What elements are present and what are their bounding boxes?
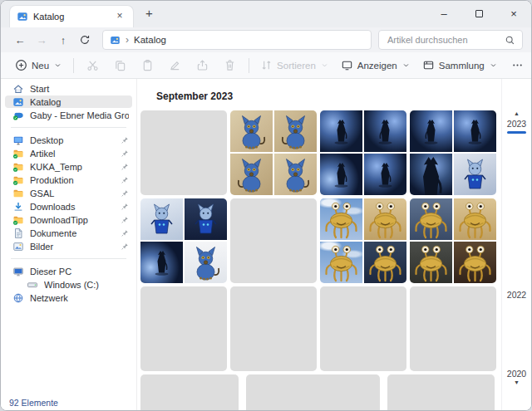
new-tab-button[interactable]: + <box>145 6 153 20</box>
view-button[interactable]: Anzeigen <box>335 56 416 75</box>
network-icon <box>12 292 24 304</box>
delete-button[interactable] <box>216 56 244 75</box>
copy-button[interactable] <box>106 56 134 75</box>
refresh-button[interactable] <box>74 30 96 50</box>
gallery-tile[interactable] <box>410 110 496 195</box>
sidebar-item-start[interactable]: Start <box>5 82 132 95</box>
back-button[interactable]: ← <box>9 30 31 50</box>
gallery-tile[interactable] <box>140 374 239 411</box>
gallery-tile[interactable] <box>246 374 380 411</box>
gallery-tile[interactable] <box>140 198 227 283</box>
sidebar-separator <box>11 258 126 259</box>
sort-icon <box>260 59 273 71</box>
close-button[interactable]: × <box>496 1 531 26</box>
sidebar-item-label: Windows (C:) <box>44 280 129 290</box>
sidebar-item-gsal[interactable]: GSAL <box>5 187 132 199</box>
cut-button[interactable] <box>79 56 106 75</box>
sidebar-item-dieser-pc[interactable]: Dieser PC <box>5 265 132 277</box>
tab-close-icon[interactable]: × <box>113 10 126 23</box>
gallery-tile[interactable] <box>410 198 496 283</box>
sidebar-item-katalog[interactable]: Katalog <box>5 95 132 108</box>
gallery-grid <box>137 110 501 411</box>
gallery-tile[interactable] <box>230 286 317 371</box>
sidebar-item-label: Netzwerk <box>30 293 129 303</box>
folder-icon <box>12 188 24 199</box>
search-box[interactable] <box>378 30 523 50</box>
timeline-caret-down[interactable]: ▼ <box>502 379 531 385</box>
gallery-tile[interactable] <box>230 198 317 283</box>
maximize-button[interactable] <box>461 1 496 26</box>
sidebar-item-dokumente[interactable]: Dokumente <box>5 227 132 239</box>
sidebar-separator <box>11 127 126 128</box>
section-title: September 2023 <box>156 91 501 102</box>
gallery-tile[interactable] <box>140 286 227 371</box>
gallery-tile[interactable] <box>387 374 495 411</box>
gallery-icon <box>110 35 121 46</box>
sidebar-item-downloads[interactable]: Downloads <box>5 200 132 213</box>
thumbnail-cat-armor2 <box>454 154 496 195</box>
address-bar[interactable]: › Katalog <box>102 30 372 50</box>
file-explorer-window: Katalog × + – × ← → ↑ › Katalog Neu <box>0 0 532 411</box>
delete-icon <box>224 59 236 71</box>
cloud-sync-icon <box>12 110 24 121</box>
paste-button[interactable] <box>134 56 161 75</box>
pin-icon <box>121 216 129 224</box>
thumbnail-fsm-beige <box>364 198 406 240</box>
search-input[interactable] <box>386 34 505 46</box>
timeline: ▲ ▼ 202320222020 <box>501 79 531 411</box>
gallery-tile[interactable] <box>410 286 496 371</box>
gallery-tile[interactable] <box>140 110 227 195</box>
timeline-year-2022[interactable]: 2022 <box>502 290 531 300</box>
sidebar-item-windows-c[interactable]: Windows (C:) <box>5 278 132 291</box>
chevron-down-icon <box>320 61 329 70</box>
thumbnail-cat-dark2 <box>364 110 406 152</box>
thumbnail-fsm-navy <box>364 242 406 283</box>
view-button-label: Anzeigen <box>357 61 397 71</box>
sidebar-item-label: Produktion <box>30 175 115 185</box>
thumbnail-cat-dark2 <box>410 110 452 152</box>
sidebar-item-artikel[interactable]: Artikel <box>5 147 132 159</box>
window-controls: – × <box>426 1 531 26</box>
command-bar: Neu Sortieren Anzeigen Sammlung <box>1 52 531 79</box>
thumbnail-fsm-slate <box>410 198 452 240</box>
sort-button[interactable]: Sortieren <box>254 56 335 75</box>
timeline-caret-up[interactable]: ▲ <box>502 110 531 116</box>
gallery-tile[interactable] <box>320 286 406 371</box>
sidebar-item-bilder[interactable]: Bilder <box>5 240 132 252</box>
document-icon <box>12 228 24 239</box>
thumbnail-cat-dark <box>320 110 362 152</box>
rename-icon <box>169 59 181 71</box>
folder-sync-icon <box>12 161 24 173</box>
minimize-button[interactable]: – <box>426 1 461 26</box>
thumbnail-fsm-sky <box>320 242 362 283</box>
sidebar-item-desktop[interactable]: Desktop <box>5 134 132 146</box>
sidebar-item-produktion[interactable]: Produktion <box>5 174 132 186</box>
sidebar-item-kuka-temp[interactable]: KUKA_Temp <box>5 160 132 173</box>
copy-icon <box>114 59 126 71</box>
up-button[interactable]: ↑ <box>52 30 74 50</box>
tab-katalog[interactable]: Katalog × <box>9 5 134 27</box>
collection-button[interactable]: Sammlung <box>416 56 504 75</box>
thumbnail-cat-beige <box>274 154 317 195</box>
share-button[interactable] <box>189 56 216 75</box>
sidebar-item-netzwerk[interactable]: Netzwerk <box>5 291 132 304</box>
tab-bar: Katalog × + – × <box>1 1 531 27</box>
gallery-tile[interactable] <box>320 110 406 195</box>
sidebar-item-label: KUKA_Temp <box>30 162 115 172</box>
more-button[interactable] <box>504 56 531 75</box>
timeline-year-2020[interactable]: 2020 <box>502 369 531 379</box>
sidebar-item-gaby-ebner-media-group-gmbh[interactable]: Gaby - Ebner Media Group GmbH <box>5 109 132 121</box>
home-icon <box>12 83 24 95</box>
plus-circle-icon <box>15 59 27 71</box>
gallery-tile[interactable] <box>230 110 317 195</box>
sidebar-item-downloadtipp[interactable]: DownloadTipp <box>5 213 132 226</box>
gallery-tile[interactable] <box>320 198 406 283</box>
rename-button[interactable] <box>161 56 189 75</box>
folder-sync-icon <box>12 214 24 226</box>
pin-icon <box>121 163 129 171</box>
timeline-year-2023[interactable]: 2023 <box>502 119 531 129</box>
new-button[interactable]: Neu <box>9 56 68 75</box>
forward-button[interactable]: → <box>31 30 52 50</box>
pin-icon <box>121 203 129 211</box>
sidebar-item-label: Dokumente <box>30 228 115 238</box>
